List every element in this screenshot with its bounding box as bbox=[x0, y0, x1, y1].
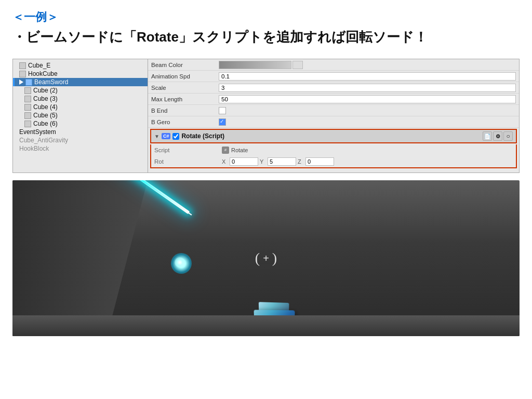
hierarchy-item-label: Cube_AntiGravity bbox=[19, 137, 68, 144]
rot-label: Rot bbox=[154, 158, 222, 165]
bg-floor bbox=[12, 315, 520, 336]
inspector-row-b-end: B End bbox=[148, 105, 519, 116]
hierarchy-item-label: Cube (3) bbox=[33, 95, 58, 102]
hierarchy-item-label: HookBlock bbox=[19, 145, 49, 152]
title-line1: ＜一例＞ bbox=[12, 9, 520, 25]
hierarchy-item-label: Cube (6) bbox=[33, 120, 58, 127]
rotate-script-row: Script # Rotate bbox=[151, 144, 516, 156]
crosshair-plus: + bbox=[263, 252, 269, 264]
inspector-row-anim-spd: Animation Spd bbox=[148, 71, 519, 82]
hierarchy-item-hookblock[interactable]: HookBlock bbox=[13, 144, 148, 153]
hierarchy-item-cube4[interactable]: Cube (4) bbox=[13, 103, 148, 111]
hierarchy-item-hookcube[interactable]: HookCube bbox=[13, 70, 148, 78]
anim-spd-label: Animation Spd bbox=[151, 73, 219, 79]
cube3-icon bbox=[24, 96, 31, 102]
hierarchy-item-cube5[interactable]: Cube (5) bbox=[13, 111, 148, 119]
hierarchy-item-cube6[interactable]: Cube (6) bbox=[13, 119, 148, 128]
x-axis-label: X bbox=[222, 158, 228, 165]
cube6-icon bbox=[24, 121, 31, 127]
rotate-script-page-icon[interactable]: 📄 bbox=[483, 131, 492, 141]
hierarchy-item-beamsword[interactable]: BeamSword bbox=[13, 78, 148, 86]
bg-wall-left bbox=[12, 180, 148, 336]
beam-color-label: Beam Color bbox=[151, 62, 219, 68]
crosshair-right-bracket: ) bbox=[272, 250, 277, 267]
max-length-label: Max Length bbox=[151, 96, 219, 102]
rotate-script-enable-checkbox[interactable] bbox=[172, 133, 179, 140]
expand-arrow-icon bbox=[19, 79, 23, 85]
script-value: Rotate bbox=[231, 147, 248, 153]
hierarchy-item-cube-antigravity[interactable]: Cube_AntiGravity bbox=[13, 136, 148, 144]
header-section: ＜一例＞ ・ビームソードに「Rotate」スクリプトを追加すれば回転ソード！ bbox=[0, 0, 532, 59]
sparkle bbox=[175, 257, 185, 268]
rotate-script-header: ▼ C# Rotate (Script) 📄 ⚙ ○ bbox=[150, 129, 517, 143]
b-end-label: B End bbox=[151, 108, 219, 114]
anim-spd-input[interactable] bbox=[219, 72, 516, 81]
hierarchy-item-label: EventSystem bbox=[19, 128, 56, 136]
b-gero-checkbox[interactable] bbox=[219, 118, 226, 126]
crosshair: ( + ) bbox=[255, 250, 277, 267]
rot-z-input[interactable] bbox=[305, 157, 334, 166]
inspector-row-b-gero: B Gero bbox=[148, 116, 519, 128]
cube-e-icon bbox=[19, 62, 26, 69]
cube4-icon bbox=[24, 104, 31, 111]
z-axis-label: Z bbox=[298, 158, 304, 165]
inspector-row-scale: Scale bbox=[148, 82, 519, 94]
cube5-icon bbox=[24, 112, 31, 119]
script-reference: # Rotate bbox=[222, 147, 248, 154]
hierarchy-item-cube-e[interactable]: Cube_E bbox=[13, 61, 148, 70]
beamsword-icon bbox=[25, 79, 32, 86]
inspector-panel: Beam Color Animation Spd Scale Max Lengt… bbox=[148, 59, 519, 172]
rot-y-input[interactable] bbox=[268, 157, 296, 166]
crosshair-left-bracket: ( bbox=[255, 250, 260, 267]
hierarchy-panel: Cube_E HookCube BeamSword Cube (2) Cube … bbox=[13, 59, 148, 172]
unity-editor-area: Cube_E HookCube BeamSword Cube (2) Cube … bbox=[12, 59, 520, 173]
rotate-script-close-icon[interactable]: ○ bbox=[503, 131, 513, 141]
scale-input[interactable] bbox=[219, 84, 516, 92]
rotate-script-title: Rotate (Script) bbox=[181, 132, 224, 140]
b-end-checkbox[interactable] bbox=[219, 107, 226, 114]
hierarchy-item-eventsystem[interactable]: EventSystem bbox=[13, 128, 148, 136]
inspector-row-max-length: Max Length bbox=[148, 94, 519, 105]
hierarchy-item-label: Cube (2) bbox=[33, 87, 58, 94]
b-gero-label: B Gero bbox=[151, 119, 219, 125]
hookcube-icon bbox=[19, 71, 26, 77]
inspector-row-beam-color: Beam Color bbox=[148, 59, 519, 71]
hierarchy-item-label: Cube (5) bbox=[33, 112, 58, 119]
scale-label: Scale bbox=[151, 85, 219, 91]
rot-x-input[interactable] bbox=[230, 157, 258, 166]
hierarchy-item-label: Cube_E bbox=[28, 62, 50, 69]
script-label: Script bbox=[154, 147, 222, 153]
game-view: ( + ) bbox=[12, 180, 520, 336]
max-length-input[interactable] bbox=[219, 95, 516, 103]
hierarchy-item-cube2[interactable]: Cube (2) bbox=[13, 86, 148, 95]
hierarchy-item-cube3[interactable]: Cube (3) bbox=[13, 95, 148, 103]
hierarchy-item-label: HookCube bbox=[28, 70, 58, 77]
cube2-icon bbox=[24, 87, 31, 94]
title-line2: ・ビームソードに「Rotate」スクリプトを追加すれば回転ソード！ bbox=[12, 28, 520, 46]
beam-color-value[interactable] bbox=[219, 61, 291, 69]
rotate-script-settings-icon[interactable]: ⚙ bbox=[493, 131, 502, 141]
hierarchy-item-label: BeamSword bbox=[34, 78, 68, 86]
script-icon: # bbox=[222, 147, 229, 154]
rotate-script-body: Script # Rotate Rot X Y Z bbox=[150, 144, 517, 168]
rotate-script-icon-buttons: 📄 ⚙ ○ bbox=[483, 131, 513, 141]
rot-value-section: X Y Z bbox=[222, 157, 334, 166]
hierarchy-item-label: Cube (4) bbox=[33, 103, 58, 111]
rot-xyz-row: Rot X Y Z bbox=[151, 156, 516, 167]
y-axis-label: Y bbox=[260, 158, 266, 165]
beam-color-swatch[interactable] bbox=[292, 61, 303, 69]
cs-badge: C# bbox=[162, 133, 171, 139]
